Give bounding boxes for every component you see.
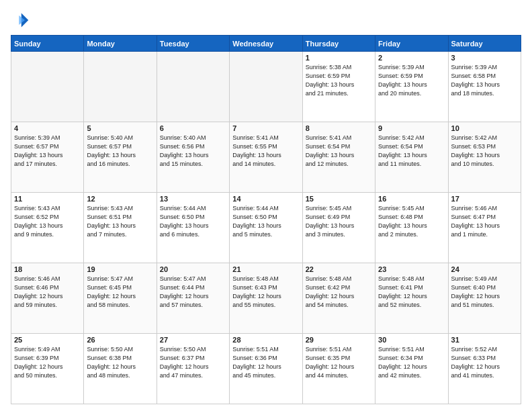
calendar-day-cell: 2Sunrise: 5:39 AM Sunset: 6:59 PM Daylig… [375, 52, 448, 122]
calendar-day-cell [84, 52, 157, 122]
day-number: 17 [451, 195, 518, 203]
calendar-day-cell: 16Sunrise: 5:45 AM Sunset: 6:48 PM Dayli… [375, 193, 448, 263]
day-info: Sunrise: 5:47 AM Sunset: 6:45 PM Dayligh… [87, 275, 153, 310]
calendar-day-cell: 7Sunrise: 5:41 AM Sunset: 6:55 PM Daylig… [230, 122, 302, 193]
day-info: Sunrise: 5:43 AM Sunset: 6:52 PM Dayligh… [14, 204, 81, 239]
calendar-week-row: 25Sunrise: 5:49 AM Sunset: 6:39 PM Dayli… [11, 334, 521, 404]
calendar-week-row: 11Sunrise: 5:43 AM Sunset: 6:52 PM Dayli… [11, 193, 521, 263]
calendar-day-cell: 3Sunrise: 5:39 AM Sunset: 6:58 PM Daylig… [448, 52, 521, 122]
day-info: Sunrise: 5:48 AM Sunset: 6:42 PM Dayligh… [306, 275, 372, 310]
calendar-header-row: SundayMondayTuesdayWednesdayThursdayFrid… [11, 36, 521, 52]
weekday-header: Saturday [448, 36, 521, 52]
day-number: 18 [14, 265, 81, 273]
day-number: 13 [160, 195, 226, 203]
day-number: 15 [306, 195, 372, 203]
calendar-week-row: 18Sunrise: 5:46 AM Sunset: 6:46 PM Dayli… [11, 263, 521, 334]
day-number: 22 [306, 265, 372, 273]
page: SundayMondayTuesdayWednesdayThursdayFrid… [0, 0, 532, 411]
day-number: 3 [451, 54, 518, 62]
calendar-day-cell: 15Sunrise: 5:45 AM Sunset: 6:49 PM Dayli… [302, 193, 375, 263]
logo [11, 11, 32, 30]
day-info: Sunrise: 5:42 AM Sunset: 6:53 PM Dayligh… [451, 134, 518, 169]
day-number: 27 [160, 336, 226, 344]
day-number: 25 [14, 336, 81, 344]
day-info: Sunrise: 5:48 AM Sunset: 6:41 PM Dayligh… [378, 275, 445, 310]
day-info: Sunrise: 5:48 AM Sunset: 6:43 PM Dayligh… [232, 275, 299, 310]
day-number: 16 [378, 195, 445, 203]
day-info: Sunrise: 5:44 AM Sunset: 6:50 PM Dayligh… [232, 204, 299, 239]
day-number: 19 [87, 265, 153, 273]
day-info: Sunrise: 5:49 AM Sunset: 6:40 PM Dayligh… [451, 275, 518, 310]
day-number: 1 [306, 54, 372, 62]
day-info: Sunrise: 5:50 AM Sunset: 6:37 PM Dayligh… [160, 345, 226, 380]
day-number: 24 [451, 265, 518, 273]
weekday-header: Friday [375, 36, 448, 52]
calendar-day-cell: 18Sunrise: 5:46 AM Sunset: 6:46 PM Dayli… [11, 263, 84, 334]
calendar-day-cell: 24Sunrise: 5:49 AM Sunset: 6:40 PM Dayli… [448, 263, 521, 334]
day-number: 26 [87, 336, 153, 344]
calendar-day-cell: 12Sunrise: 5:43 AM Sunset: 6:51 PM Dayli… [84, 193, 157, 263]
day-info: Sunrise: 5:46 AM Sunset: 6:46 PM Dayligh… [14, 275, 81, 310]
day-number: 4 [14, 124, 81, 132]
day-number: 28 [232, 336, 299, 344]
weekday-header: Sunday [11, 36, 84, 52]
day-info: Sunrise: 5:39 AM Sunset: 6:57 PM Dayligh… [14, 134, 81, 169]
calendar-day-cell: 21Sunrise: 5:48 AM Sunset: 6:43 PM Dayli… [230, 263, 302, 334]
day-info: Sunrise: 5:40 AM Sunset: 6:57 PM Dayligh… [87, 134, 153, 169]
day-number: 30 [378, 336, 445, 344]
day-info: Sunrise: 5:43 AM Sunset: 6:51 PM Dayligh… [87, 204, 153, 239]
calendar-day-cell [11, 52, 84, 122]
day-info: Sunrise: 5:49 AM Sunset: 6:39 PM Dayligh… [14, 345, 81, 380]
calendar-week-row: 1Sunrise: 5:38 AM Sunset: 6:59 PM Daylig… [11, 52, 521, 122]
calendar-day-cell: 25Sunrise: 5:49 AM Sunset: 6:39 PM Dayli… [11, 334, 84, 404]
calendar-day-cell: 11Sunrise: 5:43 AM Sunset: 6:52 PM Dayli… [11, 193, 84, 263]
day-number: 23 [378, 265, 445, 273]
day-number: 8 [306, 124, 372, 132]
calendar-table: SundayMondayTuesdayWednesdayThursdayFrid… [11, 35, 521, 404]
weekday-header: Tuesday [157, 36, 229, 52]
calendar-day-cell: 10Sunrise: 5:42 AM Sunset: 6:53 PM Dayli… [448, 122, 521, 193]
calendar-day-cell: 14Sunrise: 5:44 AM Sunset: 6:50 PM Dayli… [230, 193, 302, 263]
day-number: 21 [232, 265, 299, 273]
day-info: Sunrise: 5:40 AM Sunset: 6:56 PM Dayligh… [160, 134, 226, 169]
weekday-header: Wednesday [230, 36, 302, 52]
day-info: Sunrise: 5:50 AM Sunset: 6:38 PM Dayligh… [87, 345, 153, 380]
calendar-week-row: 4Sunrise: 5:39 AM Sunset: 6:57 PM Daylig… [11, 122, 521, 193]
day-info: Sunrise: 5:47 AM Sunset: 6:44 PM Dayligh… [160, 275, 226, 310]
day-number: 20 [160, 265, 226, 273]
weekday-header: Thursday [302, 36, 375, 52]
weekday-header: Monday [84, 36, 157, 52]
day-info: Sunrise: 5:42 AM Sunset: 6:54 PM Dayligh… [378, 134, 445, 169]
day-info: Sunrise: 5:52 AM Sunset: 6:33 PM Dayligh… [451, 345, 518, 380]
day-info: Sunrise: 5:44 AM Sunset: 6:50 PM Dayligh… [160, 204, 226, 239]
day-info: Sunrise: 5:51 AM Sunset: 6:34 PM Dayligh… [378, 345, 445, 380]
day-info: Sunrise: 5:45 AM Sunset: 6:49 PM Dayligh… [306, 204, 372, 239]
calendar-day-cell: 6Sunrise: 5:40 AM Sunset: 6:56 PM Daylig… [157, 122, 229, 193]
day-number: 14 [232, 195, 299, 203]
calendar-day-cell: 13Sunrise: 5:44 AM Sunset: 6:50 PM Dayli… [157, 193, 229, 263]
calendar-day-cell: 1Sunrise: 5:38 AM Sunset: 6:59 PM Daylig… [302, 52, 375, 122]
calendar-day-cell: 5Sunrise: 5:40 AM Sunset: 6:57 PM Daylig… [84, 122, 157, 193]
day-number: 10 [451, 124, 518, 132]
calendar-day-cell: 8Sunrise: 5:41 AM Sunset: 6:54 PM Daylig… [302, 122, 375, 193]
day-info: Sunrise: 5:46 AM Sunset: 6:47 PM Dayligh… [451, 204, 518, 239]
day-info: Sunrise: 5:41 AM Sunset: 6:54 PM Dayligh… [306, 134, 372, 169]
header [11, 11, 521, 30]
calendar-day-cell: 9Sunrise: 5:42 AM Sunset: 6:54 PM Daylig… [375, 122, 448, 193]
day-number: 11 [14, 195, 81, 203]
day-number: 6 [160, 124, 226, 132]
day-info: Sunrise: 5:39 AM Sunset: 6:58 PM Dayligh… [451, 63, 518, 98]
day-number: 9 [378, 124, 445, 132]
day-number: 12 [87, 195, 153, 203]
calendar-day-cell [230, 52, 302, 122]
day-info: Sunrise: 5:45 AM Sunset: 6:48 PM Dayligh… [378, 204, 445, 239]
calendar-day-cell [157, 52, 229, 122]
day-number: 31 [451, 336, 518, 344]
day-number: 2 [378, 54, 445, 62]
logo-icon [11, 11, 30, 30]
day-info: Sunrise: 5:51 AM Sunset: 6:35 PM Dayligh… [306, 345, 372, 380]
day-info: Sunrise: 5:38 AM Sunset: 6:59 PM Dayligh… [306, 63, 372, 98]
calendar-day-cell: 20Sunrise: 5:47 AM Sunset: 6:44 PM Dayli… [157, 263, 229, 334]
calendar-day-cell: 23Sunrise: 5:48 AM Sunset: 6:41 PM Dayli… [375, 263, 448, 334]
calendar-day-cell: 31Sunrise: 5:52 AM Sunset: 6:33 PM Dayli… [448, 334, 521, 404]
